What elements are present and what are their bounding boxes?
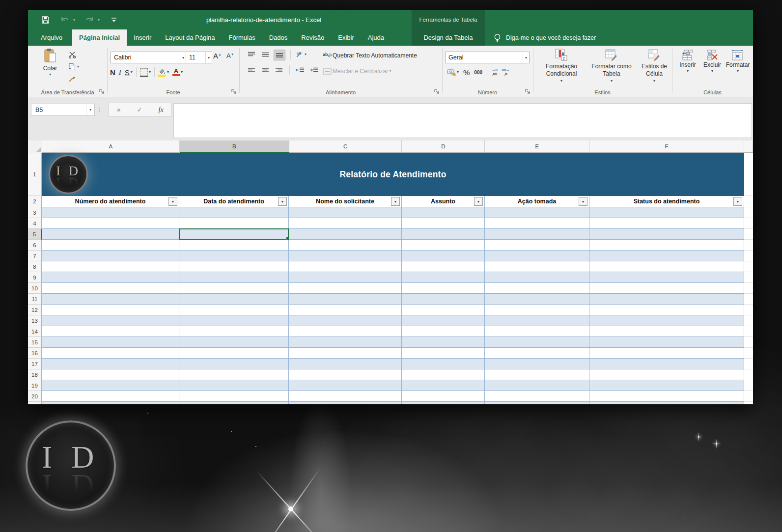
cell-E15[interactable] xyxy=(485,337,589,348)
cell-E20[interactable] xyxy=(485,391,589,402)
increase-indent-button[interactable] xyxy=(308,65,319,75)
cell-sliver-3[interactable] xyxy=(744,207,753,218)
cell-D3[interactable] xyxy=(402,207,485,218)
cell-sliver-19[interactable] xyxy=(744,380,753,391)
cell-D7[interactable] xyxy=(402,251,485,261)
column-header-D[interactable]: D xyxy=(402,140,485,153)
paste-button[interactable]: Colar ▾ xyxy=(36,48,64,77)
cell-C17[interactable] xyxy=(289,359,402,369)
cell-B18[interactable] xyxy=(179,369,289,380)
row-header-16[interactable]: 16 xyxy=(28,348,42,359)
wrap-text-button[interactable]: ab Quebrar Texto Automaticamente xyxy=(323,51,417,60)
filter-dropdown-button[interactable]: ▼ xyxy=(168,197,177,206)
redo-dropdown-caret[interactable]: ▾ xyxy=(98,18,100,22)
cell-A9[interactable] xyxy=(42,272,179,283)
cell-B10[interactable] xyxy=(179,283,289,294)
cell-F4[interactable] xyxy=(589,218,744,229)
cell-sliver-7[interactable] xyxy=(744,251,753,261)
cell-D8[interactable] xyxy=(402,261,485,272)
cell-D18[interactable] xyxy=(402,369,485,380)
cell-F15[interactable] xyxy=(589,337,744,348)
cell-C21[interactable] xyxy=(289,402,402,404)
cell-F9[interactable] xyxy=(589,272,744,283)
fill-color-dropdown-caret[interactable]: ▾ xyxy=(167,70,169,74)
cell-E16[interactable] xyxy=(485,348,589,359)
cell-B11[interactable] xyxy=(179,294,289,305)
cell-D11[interactable] xyxy=(402,294,485,305)
cell-F21[interactable] xyxy=(589,402,744,404)
row-header-21[interactable] xyxy=(28,402,42,404)
cell-C19[interactable] xyxy=(289,380,402,391)
cell-F13[interactable] xyxy=(589,315,744,326)
cell-F5[interactable] xyxy=(589,229,744,240)
row-header-5[interactable]: 5 xyxy=(28,229,42,240)
cell-C15[interactable] xyxy=(289,337,402,348)
cell-C3[interactable] xyxy=(289,207,402,218)
row-header-12[interactable]: 12 xyxy=(28,305,42,315)
cell-A18[interactable] xyxy=(42,369,179,380)
cell-C10[interactable] xyxy=(289,283,402,294)
cell-D13[interactable] xyxy=(402,315,485,326)
name-box-dropdown-caret[interactable]: ▾ xyxy=(86,104,94,115)
cell-C7[interactable] xyxy=(289,251,402,261)
customize-quick-access-button[interactable] xyxy=(109,14,119,26)
cell-B7[interactable] xyxy=(179,251,289,261)
cell-F12[interactable] xyxy=(589,305,744,315)
cell-D21[interactable] xyxy=(402,402,485,404)
row-header-9[interactable]: 9 xyxy=(28,272,42,283)
cell-B6[interactable] xyxy=(179,240,289,251)
underline-dropdown-caret[interactable]: ▾ xyxy=(131,70,133,74)
cell-E10[interactable] xyxy=(485,283,589,294)
row-header-17[interactable]: 17 xyxy=(28,359,42,369)
delete-cells-button[interactable]: Excluir ▾ xyxy=(700,50,724,73)
align-bottom-button[interactable] xyxy=(274,50,285,60)
cell-E21[interactable] xyxy=(485,402,589,404)
cell-F11[interactable] xyxy=(589,294,744,305)
align-left-button[interactable] xyxy=(246,65,257,75)
font-name-combo[interactable]: Calibri▾ xyxy=(111,52,187,63)
cell-C4[interactable] xyxy=(289,218,402,229)
cell-B21[interactable] xyxy=(179,402,289,404)
cell-A12[interactable] xyxy=(42,305,179,315)
cell-B12[interactable] xyxy=(179,305,289,315)
tab-ajuda[interactable]: Ajuda xyxy=(361,29,391,46)
name-box[interactable]: B5 ▾ xyxy=(31,104,95,116)
cell-B17[interactable] xyxy=(179,359,289,369)
table-header-cell-C2[interactable]: Nome do solicitante▼ xyxy=(289,196,402,207)
cell-sliver-18[interactable] xyxy=(744,369,753,380)
align-middle-button[interactable] xyxy=(260,50,271,59)
bold-button[interactable]: N xyxy=(110,69,115,76)
cell-F18[interactable] xyxy=(589,369,744,380)
accounting-format-button[interactable]: ▾ xyxy=(447,67,459,77)
cell-E19[interactable] xyxy=(485,380,589,391)
cell-F7[interactable] xyxy=(589,251,744,261)
cell-A7[interactable] xyxy=(42,251,179,261)
cell-sliver-12[interactable] xyxy=(744,305,753,315)
row-header-1[interactable]: 1 xyxy=(28,153,42,196)
cell-D14[interactable] xyxy=(402,326,485,337)
cell-A8[interactable] xyxy=(42,261,179,272)
cell-sliver-2[interactable] xyxy=(744,196,753,207)
column-header-E[interactable]: E xyxy=(485,140,589,153)
cell-C5[interactable] xyxy=(289,229,402,240)
cell-D15[interactable] xyxy=(402,337,485,348)
row-header-8[interactable]: 8 xyxy=(28,261,42,272)
filter-dropdown-button[interactable]: ▼ xyxy=(579,197,587,206)
cell-E13[interactable] xyxy=(485,315,589,326)
cell-D10[interactable] xyxy=(402,283,485,294)
cell-D20[interactable] xyxy=(402,391,485,402)
table-header-cell-A2[interactable]: Número do atendimento▼ xyxy=(42,196,179,207)
cell-sliver-1[interactable] xyxy=(744,153,753,196)
copy-dropdown-caret[interactable]: ▾ xyxy=(77,65,79,69)
table-header-cell-D2[interactable]: Assunto▼ xyxy=(402,196,485,207)
fill-color-button[interactable]: ▾ xyxy=(158,67,169,77)
enter-button[interactable]: ✓ xyxy=(137,106,142,113)
conditional-formatting-button[interactable]: ≠ Formatação Condicional ▾ xyxy=(539,49,584,83)
row-header-15[interactable]: 15 xyxy=(28,337,42,348)
cell-A17[interactable] xyxy=(42,359,179,369)
cell-D17[interactable] xyxy=(402,359,485,369)
cell-D16[interactable] xyxy=(402,348,485,359)
cell-A14[interactable] xyxy=(42,326,179,337)
percent-style-button[interactable]: % xyxy=(463,68,470,77)
comma-style-button[interactable]: 000 xyxy=(474,70,482,75)
